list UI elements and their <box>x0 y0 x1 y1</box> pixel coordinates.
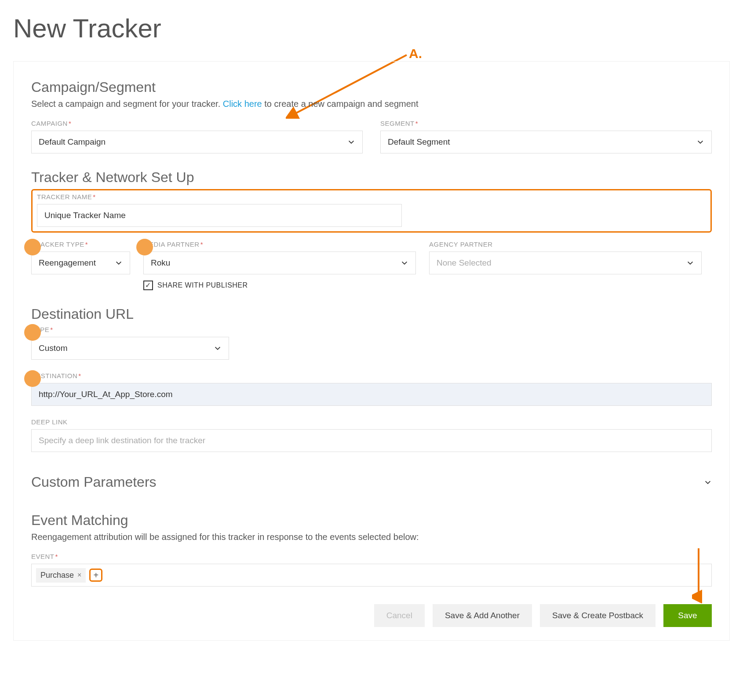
campaign-value: Default Campaign <box>39 137 106 147</box>
chevron-down-icon <box>347 138 355 146</box>
share-with-publisher-row: ✓ SHARE WITH PUBLISHER <box>143 281 416 290</box>
tracker-type-select[interactable]: Reengagement <box>31 252 130 274</box>
agency-partner-label-text: AGENCY PARTNER <box>429 241 493 248</box>
campaign-label: CAMPAIGN* <box>31 120 363 127</box>
subtext-prefix: Select a campaign and segment for your t… <box>31 99 223 109</box>
tracker-type-label: TRACKER TYPE* <box>31 241 130 248</box>
destination-url-input[interactable]: http://Your_URL_At_App_Store.com <box>31 383 712 406</box>
destination-url-field: DESTINATION* http://Your_URL_At_App_Stor… <box>31 372 712 406</box>
chevron-down-icon <box>686 259 694 267</box>
click-here-link[interactable]: Click here <box>223 99 262 109</box>
tracker-name-highlight-box: TRACKER NAME* Unique Tracker Name <box>31 189 712 233</box>
media-partner-value: Roku <box>151 258 170 268</box>
chevron-down-icon <box>214 344 222 352</box>
segment-field: SEGMENT* Default Segment <box>380 120 712 153</box>
event-chip-label: Purchase <box>40 571 74 580</box>
annotation-dot <box>24 324 41 341</box>
event-input[interactable]: Purchase × + <box>31 564 712 587</box>
event-matching-subtext: Reengagement attribution will be assigne… <box>31 532 712 542</box>
deeplink-input[interactable]: Specify a deep link destination for the … <box>31 429 712 452</box>
campaign-label-text: CAMPAIGN <box>31 120 68 127</box>
event-matching-title: Event Matching <box>31 512 712 529</box>
required-mark: * <box>85 241 88 248</box>
campaign-select[interactable]: Default Campaign <box>31 131 363 153</box>
required-mark: * <box>200 241 203 248</box>
plus-icon: + <box>94 570 99 580</box>
tracker-type-value: Reengagement <box>39 258 96 268</box>
chevron-down-icon <box>401 259 408 267</box>
segment-value: Default Segment <box>388 137 450 147</box>
chevron-down-icon <box>115 259 123 267</box>
save-add-another-button[interactable]: Save & Add Another <box>433 604 532 627</box>
required-mark: * <box>93 193 95 201</box>
tracker-type-field: TRACKER TYPE* Reengagement <box>31 241 130 290</box>
destination-type-label: TYPE* <box>31 326 229 333</box>
agency-partner-label: AGENCY PARTNER <box>429 241 702 248</box>
remove-chip-icon[interactable]: × <box>77 571 81 579</box>
agency-partner-value: None Selected <box>437 258 492 268</box>
event-label-text: EVENT <box>31 553 55 560</box>
annotation-a-label: A. <box>409 46 422 61</box>
destination-title: Destination URL <box>31 306 712 322</box>
save-button[interactable]: Save <box>663 604 712 627</box>
required-mark: * <box>50 326 53 333</box>
custom-parameters-title: Custom Parameters <box>31 474 157 490</box>
media-partner-select[interactable]: Roku <box>143 252 416 274</box>
deeplink-field: DEEP LINK Specify a deep link destinatio… <box>31 418 712 452</box>
event-chip: Purchase × <box>36 568 86 583</box>
segment-label: SEGMENT* <box>380 120 712 127</box>
event-label: EVENT* <box>31 553 712 560</box>
custom-parameters-toggle[interactable]: Custom Parameters <box>31 468 712 496</box>
tracker-setup-title: Tracker & Network Set Up <box>31 169 712 186</box>
annotation-dot <box>24 370 41 387</box>
cancel-button[interactable]: Cancel <box>374 604 425 627</box>
check-icon: ✓ <box>145 282 151 289</box>
destination-type-select[interactable]: Custom <box>31 337 229 360</box>
page-title: New Tracker <box>13 13 730 44</box>
subtext-suffix: to create a new campaign and segment <box>262 99 419 109</box>
share-with-publisher-label: SHARE WITH PUBLISHER <box>157 281 248 289</box>
tracker-name-input[interactable]: Unique Tracker Name <box>37 204 402 227</box>
campaign-segment-title: Campaign/Segment <box>31 79 712 95</box>
agency-partner-select[interactable]: None Selected <box>429 252 702 274</box>
campaign-segment-subtext: Select a campaign and segment for your t… <box>31 99 712 109</box>
deeplink-label-text: DEEP LINK <box>31 418 68 426</box>
form-panel: Campaign/Segment Select a campaign and s… <box>13 61 730 641</box>
destination-url-label: DESTINATION* <box>31 372 712 379</box>
tracker-name-label-text: TRACKER NAME <box>37 193 92 201</box>
segment-label-text: SEGMENT <box>380 120 415 127</box>
chevron-down-icon <box>696 138 704 146</box>
destination-url-value: http://Your_URL_At_App_Store.com <box>39 390 173 399</box>
deeplink-label: DEEP LINK <box>31 418 712 426</box>
page-root: New Tracker A. Campaign/Segment Select a… <box>13 13 730 641</box>
destination-type-value: Custom <box>39 343 67 353</box>
tracker-name-label: TRACKER NAME* <box>37 193 402 201</box>
required-mark: * <box>78 372 81 379</box>
media-partner-label: MEDIA PARTNER* <box>143 241 416 248</box>
annotation-dot <box>136 239 153 255</box>
share-with-publisher-checkbox[interactable]: ✓ <box>143 281 153 290</box>
agency-partner-field: AGENCY PARTNER None Selected <box>429 241 702 290</box>
required-mark: * <box>55 553 58 560</box>
segment-select[interactable]: Default Segment <box>380 131 712 153</box>
event-field: EVENT* Purchase × + <box>31 553 712 587</box>
required-mark: * <box>415 120 418 127</box>
add-event-button[interactable]: + <box>89 569 102 582</box>
tracker-name-field: TRACKER NAME* Unique Tracker Name <box>37 193 402 227</box>
save-create-postback-button[interactable]: Save & Create Postback <box>540 604 656 627</box>
annotation-dot <box>24 239 41 255</box>
chevron-down-icon <box>704 478 712 486</box>
tracker-name-value: Unique Tracker Name <box>44 211 126 220</box>
deeplink-placeholder: Specify a deep link destination for the … <box>39 436 205 445</box>
media-partner-field: MEDIA PARTNER* Roku ✓ SHARE WITH PUBLISH… <box>143 241 416 290</box>
campaign-field: CAMPAIGN* Default Campaign <box>31 120 363 153</box>
required-mark: * <box>69 120 71 127</box>
destination-type-field: TYPE* Custom <box>31 326 229 360</box>
button-row: Cancel Save & Add Another Save & Create … <box>31 604 712 627</box>
